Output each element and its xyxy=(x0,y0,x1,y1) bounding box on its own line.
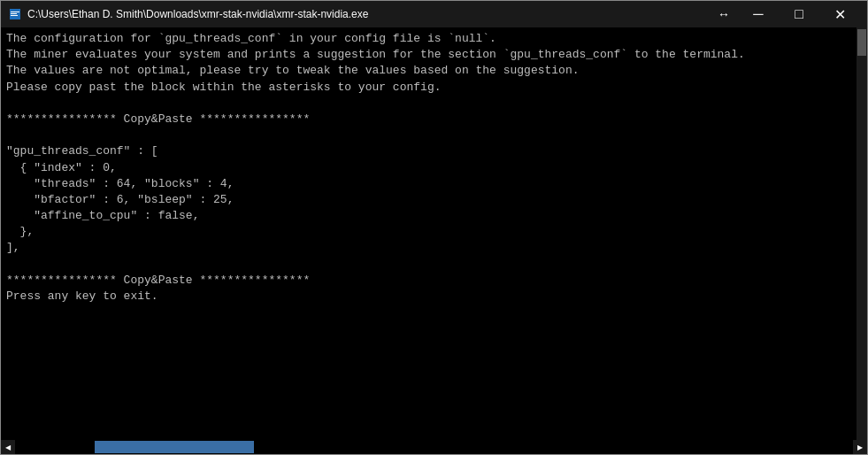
back-button[interactable]: ↔ xyxy=(713,1,734,27)
terminal-line xyxy=(6,127,862,143)
terminal-line: The values are not optimal, please try t… xyxy=(6,63,862,79)
maximize-button[interactable]: □ xyxy=(779,1,819,27)
terminal-line: "threads" : 64, "blocks" : 4, xyxy=(6,176,862,192)
titlebar-left: C:\Users\Ethan D. Smith\Downloads\xmr-st… xyxy=(8,7,368,21)
svg-rect-2 xyxy=(11,13,17,14)
terminal-line xyxy=(6,96,862,112)
scroll-left-button[interactable]: ◀ xyxy=(1,440,15,454)
terminal-lines: The configuration for `gpu_threads_conf`… xyxy=(6,31,862,305)
vertical-scrollbar[interactable] xyxy=(856,27,867,440)
horizontal-scroll-thumb[interactable] xyxy=(95,441,254,453)
terminal-line: { "index" : 0, xyxy=(6,160,862,176)
terminal-line: The configuration for `gpu_threads_conf`… xyxy=(6,31,862,47)
horizontal-scrollbar-bar: ◀ ▶ xyxy=(1,440,867,454)
close-button[interactable]: ✕ xyxy=(819,1,860,27)
minimize-button[interactable]: ─ xyxy=(738,1,779,27)
terminal-line: Please copy past the block within the as… xyxy=(6,80,862,96)
terminal-line: Press any key to exit. xyxy=(6,289,862,305)
terminal-line: The miner evaluates your system and prin… xyxy=(6,47,862,63)
window-title: C:\Users\Ethan D. Smith\Downloads\xmr-st… xyxy=(27,8,368,20)
scroll-right-button[interactable]: ▶ xyxy=(853,440,867,454)
terminal-line xyxy=(6,257,862,273)
terminal-line: "bfactor" : 6, "bsleep" : 25, xyxy=(6,192,862,208)
terminal-line: }, xyxy=(6,224,862,240)
scrollbar-thumb[interactable] xyxy=(857,29,866,56)
terminal-output: The configuration for `gpu_threads_conf`… xyxy=(1,27,867,440)
terminal-line: "affine_to_cpu" : false, xyxy=(6,208,862,224)
titlebar: C:\Users\Ethan D. Smith\Downloads\xmr-st… xyxy=(1,1,867,27)
terminal-line: "gpu_threads_conf" : [ xyxy=(6,143,862,159)
horizontal-scroll-track[interactable] xyxy=(15,440,853,454)
svg-rect-3 xyxy=(11,15,18,16)
terminal-line: ], xyxy=(6,240,862,256)
titlebar-controls: ↔ ─ □ ✕ xyxy=(713,1,860,27)
terminal-line: **************** Copy&Paste ************… xyxy=(6,273,862,289)
app-icon xyxy=(8,7,22,21)
terminal-line: **************** Copy&Paste ************… xyxy=(6,112,862,127)
main-window: C:\Users\Ethan D. Smith\Downloads\xmr-st… xyxy=(0,0,868,455)
svg-rect-1 xyxy=(11,12,19,12)
